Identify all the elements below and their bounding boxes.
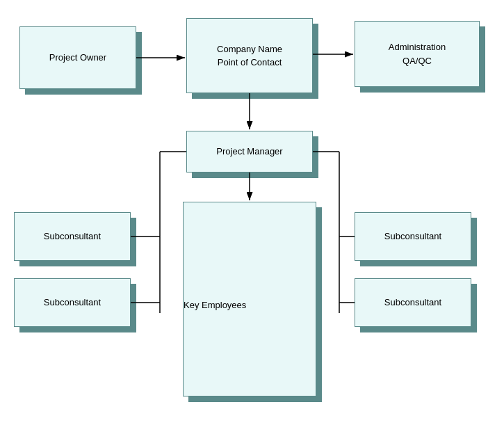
project-owner-label: Project Owner <box>49 51 106 65</box>
subconsultant-tl-label: Subconsultant <box>44 230 101 243</box>
subconsultant-bl-label: Subconsultant <box>44 296 101 310</box>
subconsultant-br-label: Subconsultant <box>384 296 441 310</box>
subconsultant-top-right-box: Subconsultant <box>355 212 471 261</box>
project-owner-box: Project Owner <box>19 26 136 89</box>
company-line1: Company Name <box>217 42 282 56</box>
company-box: Company Name Point of Contact <box>186 18 313 93</box>
subconsultant-tr-label: Subconsultant <box>384 230 441 243</box>
administration-box: Administration QA/QC <box>355 21 480 87</box>
key-employees-box: Key Employees <box>183 202 316 396</box>
subconsultant-top-left-box: Subconsultant <box>14 212 131 261</box>
subconsultant-bottom-right-box: Subconsultant <box>355 278 471 327</box>
diagram-container: Project Owner Company Name Point of Cont… <box>0 0 504 441</box>
key-employees-label: Key Employees <box>184 298 246 312</box>
subconsultant-bottom-left-box: Subconsultant <box>14 278 131 327</box>
project-manager-label: Project Manager <box>216 145 282 159</box>
project-manager-box: Project Manager <box>186 131 313 173</box>
administration-line2: QA/QC <box>403 54 432 68</box>
administration-line1: Administration <box>389 40 446 54</box>
company-line2: Point of Contact <box>218 56 282 70</box>
